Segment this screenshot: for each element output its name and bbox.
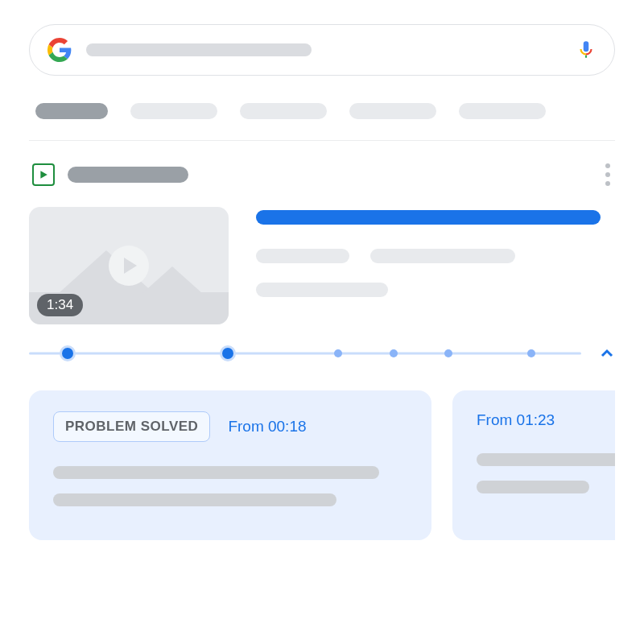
video-title-link[interactable] bbox=[256, 210, 601, 225]
moment-text-line bbox=[53, 493, 336, 506]
video-metadata bbox=[256, 207, 615, 324]
tab-item[interactable] bbox=[130, 103, 217, 119]
timeline-marker[interactable] bbox=[527, 349, 535, 357]
search-tabs bbox=[29, 103, 615, 119]
chevron-up-icon[interactable] bbox=[599, 345, 615, 361]
key-moments-timeline bbox=[29, 345, 615, 361]
moment-text-line bbox=[477, 453, 615, 466]
timeline-track[interactable] bbox=[29, 348, 581, 359]
moment-timestamp: From 00:18 bbox=[228, 418, 306, 436]
video-meta-text bbox=[256, 283, 388, 297]
result-source-label bbox=[68, 167, 188, 183]
moment-card[interactable]: PROBLEM SOLVED From 00:18 bbox=[29, 390, 431, 540]
tab-item[interactable] bbox=[349, 103, 436, 119]
video-result: 1:34 bbox=[29, 207, 615, 324]
video-meta-text bbox=[256, 249, 349, 263]
moment-timestamp: From 01:23 bbox=[477, 411, 555, 429]
timeline-marker[interactable] bbox=[60, 345, 76, 361]
moment-text-line bbox=[477, 481, 589, 493]
more-options-icon[interactable] bbox=[605, 163, 615, 186]
moment-card[interactable]: From 01:23 bbox=[452, 390, 615, 540]
google-logo-icon bbox=[47, 38, 72, 62]
timeline-marker[interactable] bbox=[390, 349, 398, 357]
tab-item[interactable] bbox=[459, 103, 546, 119]
timeline-marker[interactable] bbox=[334, 349, 342, 357]
video-thumbnail[interactable]: 1:34 bbox=[29, 207, 229, 324]
timeline-marker[interactable] bbox=[220, 345, 236, 361]
video-meta-text bbox=[370, 249, 515, 263]
search-bar[interactable] bbox=[29, 24, 615, 76]
search-input[interactable] bbox=[86, 43, 312, 56]
moment-text-line bbox=[53, 466, 379, 479]
result-header bbox=[29, 163, 615, 186]
tab-item[interactable] bbox=[240, 103, 327, 119]
timeline-marker[interactable] bbox=[444, 349, 452, 357]
play-icon bbox=[109, 246, 149, 286]
video-source-icon bbox=[32, 163, 55, 186]
moment-chip: PROBLEM SOLVED bbox=[53, 411, 210, 442]
divider bbox=[29, 140, 615, 141]
video-duration: 1:34 bbox=[37, 294, 83, 316]
key-moments-cards: PROBLEM SOLVED From 00:18 From 01:23 bbox=[29, 390, 615, 540]
microphone-icon[interactable] bbox=[576, 39, 597, 60]
tab-active[interactable] bbox=[35, 103, 108, 119]
